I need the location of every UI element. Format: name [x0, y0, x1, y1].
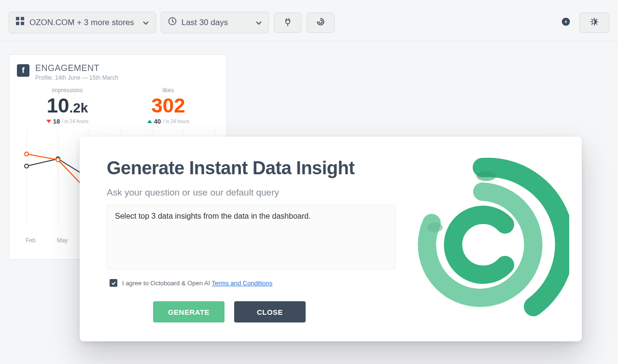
date-range-selector[interactable]: Last 30 days: [161, 12, 269, 33]
card-title: ENGAGEMENT: [35, 63, 118, 73]
insight-modal: Generate Instant Data Insight Ask your q…: [80, 137, 582, 341]
connection-button[interactable]: [274, 13, 302, 33]
consent-row: I agree to Octoboard & Open AI Terms and…: [107, 279, 406, 287]
consent-text: I agree to Octoboard & Open AI Terms and…: [122, 280, 272, 287]
card-subtitle: Profile, 14th June — 15th March: [35, 74, 118, 81]
close-button[interactable]: CLOSE: [234, 301, 306, 322]
trend-down-icon: [46, 120, 51, 123]
svg-rect-2: [16, 22, 19, 25]
refresh-button[interactable]: [307, 13, 335, 33]
generate-button[interactable]: GENERATE: [153, 301, 225, 322]
top-toolbar: OZON.COM + 3 more stores Last 30 days: [0, 0, 618, 42]
metric-label: likes: [147, 87, 190, 94]
x-label: Feb: [26, 237, 36, 244]
modal-subtitle: Ask your question or use our default que…: [107, 187, 406, 198]
terms-link[interactable]: Terms and Conditions: [212, 280, 273, 287]
theme-toggle-button[interactable]: [579, 13, 609, 33]
modal-title: Generate Instant Data Insight: [107, 158, 406, 179]
query-input[interactable]: [107, 205, 395, 269]
svg-point-16: [25, 152, 28, 156]
bolt-button[interactable]: [557, 14, 575, 31]
chevron-down-icon: [256, 18, 262, 28]
date-range-label: Last 30 days: [182, 18, 228, 28]
svg-rect-3: [21, 22, 24, 25]
consent-checkbox[interactable]: [110, 279, 117, 287]
metric-delta: 40 / in 24 hours: [147, 118, 190, 125]
refresh-spiral-icon: [316, 17, 325, 28]
svg-point-14: [25, 164, 28, 168]
theme-icon: [590, 17, 599, 28]
metric-value: 10.2k: [46, 95, 89, 117]
trend-up-icon: [147, 120, 152, 123]
x-label: May: [57, 237, 68, 244]
chevron-down-icon: [143, 18, 149, 28]
clock-icon: [168, 17, 177, 28]
svg-rect-1: [21, 17, 24, 20]
metric-label: impressions: [46, 87, 89, 94]
svg-point-17: [56, 158, 60, 162]
svg-point-18: [477, 171, 496, 181]
plug-icon: [283, 17, 293, 28]
metric-delta: 18 / in 24 hours: [46, 118, 89, 125]
modal-illustration: [406, 158, 555, 320]
grid-icon: [16, 17, 25, 28]
facebook-icon: f: [17, 64, 29, 77]
metric-value: 302: [147, 95, 190, 117]
svg-point-19: [427, 223, 443, 232]
metric-likes: likes 302 40 / in 24 hours: [147, 87, 190, 125]
metric-impressions: impressions 10.2k 18 / in 24 hours: [46, 87, 89, 125]
store-selector[interactable]: OZON.COM + 3 more stores: [9, 12, 156, 33]
bolt-icon: [561, 17, 571, 28]
svg-rect-0: [16, 17, 19, 20]
store-selector-label: OZON.COM + 3 more stores: [29, 18, 134, 28]
